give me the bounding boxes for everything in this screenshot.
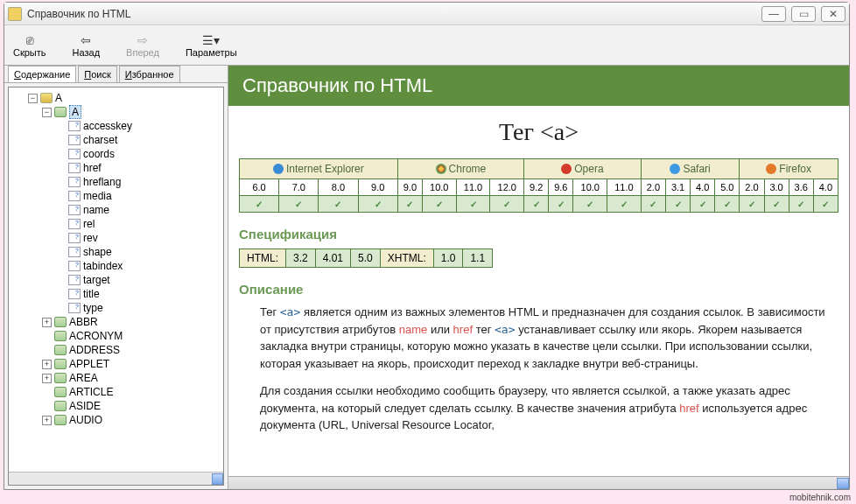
tree-item-label: AUDIO: [69, 414, 102, 426]
tree-item-label: APPLET: [69, 358, 109, 370]
check-icon: ✓: [558, 200, 565, 209]
tree-item[interactable]: ADDRESS: [11, 343, 221, 357]
tree-item[interactable]: target: [11, 273, 221, 287]
browser-support-cell: ✓: [641, 196, 665, 213]
content-hscrollbar[interactable]: [228, 476, 849, 489]
sidebar-tabs: Содержание Поиск Избранное: [4, 66, 228, 83]
tree-hscroll-thumb[interactable]: [212, 473, 223, 485]
tree[interactable]: −A−Aaccesskeycharsetcoordshrefhreflangme…: [9, 88, 223, 472]
tree-item[interactable]: name: [11, 203, 221, 217]
tree-item[interactable]: +ABBR: [11, 315, 221, 329]
tree-item[interactable]: accesskey: [11, 119, 221, 133]
tree-item[interactable]: charset: [11, 133, 221, 147]
tree-item[interactable]: ACRONYM: [11, 329, 221, 343]
browser-version: 6.0: [240, 179, 279, 196]
expand-icon[interactable]: +: [42, 318, 52, 327]
check-icon: ✓: [256, 200, 263, 209]
tree-item-label: ACRONYM: [69, 330, 123, 342]
tree-item-label: coords: [83, 148, 115, 160]
tree-item-label: rev: [83, 232, 98, 244]
tab-search[interactable]: Поиск: [78, 66, 116, 82]
window-title: Справочник по HTML: [27, 8, 761, 20]
content-banner: Справочник по HTML: [228, 66, 849, 106]
browser-version: 2.0: [641, 179, 665, 196]
tree-item[interactable]: −A: [11, 105, 221, 119]
tree-item[interactable]: rel: [11, 217, 221, 231]
page-icon: [68, 149, 81, 159]
browser-header: Safari: [641, 159, 740, 179]
tree-item-label: href: [83, 162, 102, 174]
tree-item[interactable]: coords: [11, 147, 221, 161]
book-icon: [54, 401, 67, 411]
tree-item-label: ARTICLE: [69, 386, 113, 398]
maximize-button[interactable]: ▭: [791, 6, 816, 22]
expand-icon[interactable]: +: [42, 360, 52, 369]
tree-item[interactable]: shape: [11, 245, 221, 259]
page-icon: [68, 135, 81, 145]
page-icon: [68, 205, 81, 215]
spec-html-label: HTML:: [240, 249, 286, 268]
browser-version: 9.6: [549, 179, 573, 196]
tab-favorites[interactable]: Избранное: [119, 66, 180, 82]
browser-version: 3.0: [764, 179, 789, 196]
tree-item-label: accesskey: [83, 120, 132, 132]
spec-table: HTML:3.24.015.0XHTML:1.01.1: [239, 248, 493, 268]
tree-item[interactable]: title: [11, 287, 221, 301]
spec-xhtml-label: XHTML:: [380, 249, 433, 268]
window: Справочник по HTML — ▭ ✕ ⎚ Скрыть ⇦ Наза…: [4, 2, 850, 490]
minimize-button[interactable]: —: [761, 6, 786, 22]
collapse-icon[interactable]: −: [28, 94, 38, 103]
tree-item[interactable]: href: [11, 161, 221, 175]
tree-item[interactable]: +APPLET: [11, 357, 221, 371]
tree-item[interactable]: type: [11, 301, 221, 315]
tree-item[interactable]: +AUDIO: [11, 413, 221, 427]
options-icon: ☰▾: [202, 33, 220, 47]
tree-item[interactable]: ASIDE: [11, 399, 221, 413]
desc-heading: Описание: [239, 282, 838, 297]
expand-icon[interactable]: +: [42, 416, 52, 425]
check-icon: ✓: [470, 200, 477, 209]
spec-xhtml-val: 1.0: [433, 249, 463, 268]
sa-icon: [670, 164, 680, 174]
tree-item[interactable]: media: [11, 189, 221, 203]
toolbar: ⎚ Скрыть ⇦ Назад ⇨ Вперед ☰▾ Параметры: [4, 25, 849, 66]
browser-support-table: Internet ExplorerChromeOperaSafariFirefo…: [239, 158, 838, 213]
browser-support-cell: ✓: [279, 196, 319, 213]
tree-item[interactable]: hreflang: [11, 175, 221, 189]
browser-version: 12.0: [490, 179, 524, 196]
browser-version: 4.0: [813, 179, 838, 196]
browser-version: 9.0: [397, 179, 422, 196]
book-icon: [54, 415, 67, 425]
hide-button[interactable]: ⎚ Скрыть: [13, 33, 46, 58]
titlebar[interactable]: Справочник по HTML — ▭ ✕: [4, 3, 849, 25]
browser-version: 3.6: [789, 179, 813, 196]
tree-item[interactable]: rev: [11, 231, 221, 245]
browser-version: 2.0: [740, 179, 764, 196]
hide-icon: ⎚: [21, 33, 39, 47]
content-hscroll-thumb[interactable]: [837, 478, 849, 489]
browser-version: 10.0: [573, 179, 607, 196]
browser-support-cell: ✓: [789, 196, 813, 213]
collapse-icon[interactable]: −: [42, 108, 52, 117]
check-icon: ✓: [334, 200, 341, 209]
tree-item[interactable]: ARTICLE: [11, 385, 221, 399]
browser-version: 10.0: [422, 179, 456, 196]
tree-item-label: A: [69, 105, 81, 119]
tree-item[interactable]: −A: [11, 91, 221, 105]
desc-p2: Для создания ссылки необходимо сообщить …: [260, 382, 838, 434]
browser-version: 9.0: [358, 179, 397, 196]
forward-icon: ⇨: [134, 33, 151, 47]
back-button[interactable]: ⇦ Назад: [73, 33, 101, 58]
check-icon: ✓: [675, 200, 682, 209]
browser-version: 7.0: [279, 179, 319, 196]
tree-hscrollbar[interactable]: [9, 472, 223, 485]
book-icon: [54, 107, 67, 117]
expand-icon[interactable]: +: [42, 374, 52, 383]
tree-item[interactable]: +AREA: [11, 371, 221, 385]
options-button[interactable]: ☰▾ Параметры: [186, 33, 237, 58]
ch-icon: [436, 164, 446, 174]
tab-contents[interactable]: Содержание: [8, 66, 76, 82]
close-button[interactable]: ✕: [821, 6, 845, 22]
page-icon: [68, 163, 81, 173]
tree-item[interactable]: tabindex: [11, 259, 221, 273]
